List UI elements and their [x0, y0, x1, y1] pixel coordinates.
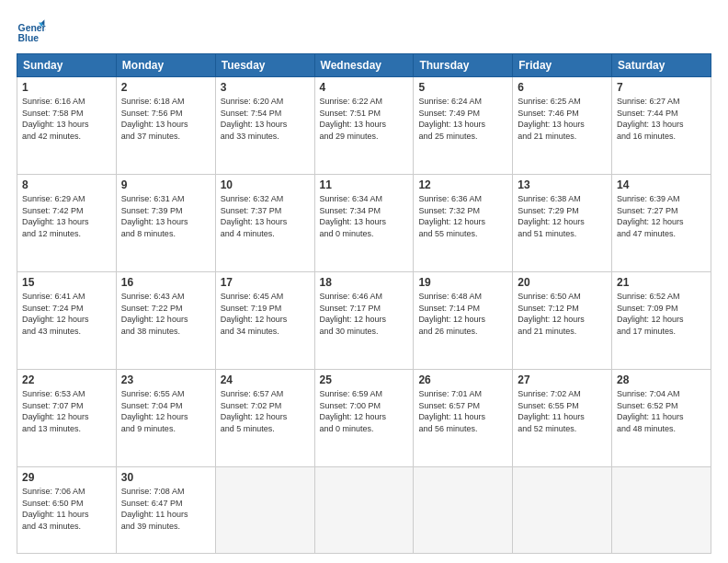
- day-info: Sunrise: 6:46 AM Sunset: 7:17 PM Dayligh…: [320, 291, 409, 337]
- day-info: Sunrise: 6:20 AM Sunset: 7:54 PM Dayligh…: [221, 96, 310, 142]
- day-cell: 2Sunrise: 6:18 AM Sunset: 7:56 PM Daylig…: [116, 77, 215, 175]
- day-cell: 15Sunrise: 6:41 AM Sunset: 7:24 PM Dayli…: [17, 272, 117, 370]
- day-cell: 24Sunrise: 6:57 AM Sunset: 7:02 PM Dayli…: [215, 370, 314, 467]
- logo-icon: General Blue: [17, 17, 46, 46]
- empty-cell: [215, 467, 314, 554]
- day-cell: 30Sunrise: 7:08 AM Sunset: 6:47 PM Dayli…: [116, 467, 215, 554]
- day-info: Sunrise: 6:55 AM Sunset: 7:04 PM Dayligh…: [121, 388, 210, 434]
- day-cell: 4Sunrise: 6:22 AM Sunset: 7:51 PM Daylig…: [314, 77, 414, 175]
- day-number: 9: [121, 178, 210, 191]
- day-number: 6: [518, 81, 607, 94]
- calendar-week-row: 29Sunrise: 7:06 AM Sunset: 6:50 PM Dayli…: [17, 467, 711, 554]
- day-info: Sunrise: 6:27 AM Sunset: 7:44 PM Dayligh…: [617, 96, 706, 142]
- day-info: Sunrise: 6:18 AM Sunset: 7:56 PM Dayligh…: [121, 96, 210, 142]
- day-number: 19: [418, 276, 507, 289]
- day-info: Sunrise: 7:04 AM Sunset: 6:52 PM Dayligh…: [617, 388, 706, 434]
- day-info: Sunrise: 6:43 AM Sunset: 7:22 PM Dayligh…: [121, 291, 210, 337]
- day-info: Sunrise: 7:08 AM Sunset: 6:47 PM Dayligh…: [121, 486, 210, 532]
- day-info: Sunrise: 6:41 AM Sunset: 7:24 PM Dayligh…: [22, 291, 111, 337]
- day-cell: 11Sunrise: 6:34 AM Sunset: 7:34 PM Dayli…: [314, 175, 414, 272]
- calendar-week-row: 15Sunrise: 6:41 AM Sunset: 7:24 PM Dayli…: [17, 272, 711, 370]
- day-cell: 28Sunrise: 7:04 AM Sunset: 6:52 PM Dayli…: [612, 370, 711, 467]
- day-info: Sunrise: 6:39 AM Sunset: 7:27 PM Dayligh…: [617, 193, 706, 239]
- day-number: 4: [320, 81, 409, 94]
- day-number: 30: [121, 471, 210, 484]
- day-cell: 12Sunrise: 6:36 AM Sunset: 7:32 PM Dayli…: [414, 175, 513, 272]
- calendar-week-row: 8Sunrise: 6:29 AM Sunset: 7:42 PM Daylig…: [17, 175, 711, 272]
- day-number: 10: [221, 178, 310, 191]
- day-cell: 14Sunrise: 6:39 AM Sunset: 7:27 PM Dayli…: [612, 175, 711, 272]
- day-cell: 9Sunrise: 6:31 AM Sunset: 7:39 PM Daylig…: [116, 175, 215, 272]
- day-number: 5: [418, 81, 507, 94]
- day-info: Sunrise: 6:24 AM Sunset: 7:49 PM Dayligh…: [418, 96, 507, 142]
- day-number: 8: [22, 178, 111, 191]
- day-info: Sunrise: 7:02 AM Sunset: 6:55 PM Dayligh…: [518, 388, 607, 434]
- svg-text:Blue: Blue: [18, 33, 40, 43]
- header-tuesday: Tuesday: [215, 54, 314, 77]
- header-sunday: Sunday: [17, 54, 117, 77]
- day-number: 3: [221, 81, 310, 94]
- day-info: Sunrise: 7:01 AM Sunset: 6:57 PM Dayligh…: [418, 388, 507, 434]
- day-info: Sunrise: 6:53 AM Sunset: 7:07 PM Dayligh…: [22, 388, 111, 434]
- day-cell: 1Sunrise: 6:16 AM Sunset: 7:58 PM Daylig…: [17, 77, 117, 175]
- day-number: 15: [22, 276, 111, 289]
- day-number: 1: [22, 81, 111, 94]
- day-number: 13: [518, 178, 607, 191]
- day-cell: 20Sunrise: 6:50 AM Sunset: 7:12 PM Dayli…: [513, 272, 612, 370]
- calendar-week-row: 1Sunrise: 6:16 AM Sunset: 7:58 PM Daylig…: [17, 77, 711, 175]
- day-number: 18: [320, 276, 409, 289]
- day-number: 24: [221, 373, 310, 386]
- weekday-header-row: Sunday Monday Tuesday Wednesday Thursday…: [17, 54, 711, 77]
- day-cell: 29Sunrise: 7:06 AM Sunset: 6:50 PM Dayli…: [17, 467, 117, 554]
- day-number: 14: [617, 178, 706, 191]
- day-cell: 17Sunrise: 6:45 AM Sunset: 7:19 PM Dayli…: [215, 272, 314, 370]
- day-info: Sunrise: 6:48 AM Sunset: 7:14 PM Dayligh…: [418, 291, 507, 337]
- day-cell: 19Sunrise: 6:48 AM Sunset: 7:14 PM Dayli…: [414, 272, 513, 370]
- day-info: Sunrise: 6:36 AM Sunset: 7:32 PM Dayligh…: [418, 193, 507, 239]
- day-number: 29: [22, 471, 111, 484]
- day-info: Sunrise: 6:59 AM Sunset: 7:00 PM Dayligh…: [320, 388, 409, 434]
- day-number: 16: [121, 276, 210, 289]
- header-saturday: Saturday: [612, 54, 711, 77]
- day-number: 25: [320, 373, 409, 386]
- header-wednesday: Wednesday: [314, 54, 414, 77]
- header-friday: Friday: [513, 54, 612, 77]
- day-cell: 25Sunrise: 6:59 AM Sunset: 7:00 PM Dayli…: [314, 370, 414, 467]
- day-cell: 5Sunrise: 6:24 AM Sunset: 7:49 PM Daylig…: [414, 77, 513, 175]
- day-number: 27: [518, 373, 607, 386]
- day-number: 17: [221, 276, 310, 289]
- day-info: Sunrise: 6:16 AM Sunset: 7:58 PM Dayligh…: [22, 96, 111, 142]
- day-number: 22: [22, 373, 111, 386]
- day-cell: 22Sunrise: 6:53 AM Sunset: 7:07 PM Dayli…: [17, 370, 117, 467]
- logo: General Blue: [17, 17, 46, 46]
- page: General Blue Sunday Monday Tuesday Wedne…: [0, 0, 728, 563]
- day-number: 21: [617, 276, 706, 289]
- day-cell: 6Sunrise: 6:25 AM Sunset: 7:46 PM Daylig…: [513, 77, 612, 175]
- day-cell: 13Sunrise: 6:38 AM Sunset: 7:29 PM Dayli…: [513, 175, 612, 272]
- day-number: 2: [121, 81, 210, 94]
- day-cell: 21Sunrise: 6:52 AM Sunset: 7:09 PM Dayli…: [612, 272, 711, 370]
- header: General Blue: [17, 17, 711, 46]
- day-info: Sunrise: 6:50 AM Sunset: 7:12 PM Dayligh…: [518, 291, 607, 337]
- day-info: Sunrise: 6:29 AM Sunset: 7:42 PM Dayligh…: [22, 193, 111, 239]
- day-cell: 16Sunrise: 6:43 AM Sunset: 7:22 PM Dayli…: [116, 272, 215, 370]
- day-info: Sunrise: 6:25 AM Sunset: 7:46 PM Dayligh…: [518, 96, 607, 142]
- day-number: 7: [617, 81, 706, 94]
- day-number: 11: [320, 178, 409, 191]
- day-cell: 18Sunrise: 6:46 AM Sunset: 7:17 PM Dayli…: [314, 272, 414, 370]
- day-info: Sunrise: 6:57 AM Sunset: 7:02 PM Dayligh…: [221, 388, 310, 434]
- day-info: Sunrise: 6:34 AM Sunset: 7:34 PM Dayligh…: [320, 193, 409, 239]
- day-info: Sunrise: 6:45 AM Sunset: 7:19 PM Dayligh…: [221, 291, 310, 337]
- day-number: 26: [418, 373, 507, 386]
- day-cell: 3Sunrise: 6:20 AM Sunset: 7:54 PM Daylig…: [215, 77, 314, 175]
- day-number: 20: [518, 276, 607, 289]
- empty-cell: [314, 467, 414, 554]
- header-thursday: Thursday: [414, 54, 513, 77]
- day-cell: 27Sunrise: 7:02 AM Sunset: 6:55 PM Dayli…: [513, 370, 612, 467]
- day-info: Sunrise: 6:32 AM Sunset: 7:37 PM Dayligh…: [221, 193, 310, 239]
- empty-cell: [513, 467, 612, 554]
- calendar-table: Sunday Monday Tuesday Wednesday Thursday…: [17, 53, 711, 554]
- day-cell: 26Sunrise: 7:01 AM Sunset: 6:57 PM Dayli…: [414, 370, 513, 467]
- empty-cell: [414, 467, 513, 554]
- day-cell: 7Sunrise: 6:27 AM Sunset: 7:44 PM Daylig…: [612, 77, 711, 175]
